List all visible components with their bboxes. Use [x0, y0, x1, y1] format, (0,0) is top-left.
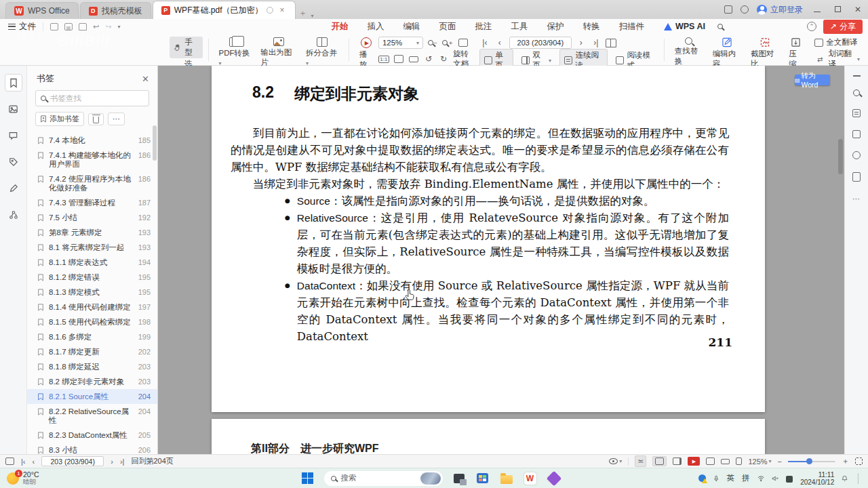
- last-page-icon[interactable]: ›|: [120, 458, 125, 466]
- menu-tab[interactable]: 扫描件: [618, 20, 645, 34]
- wps-app-icon[interactable]: W: [523, 471, 538, 486]
- add-bookmark-button[interactable]: 添加书签: [35, 112, 84, 126]
- find-replace-button[interactable]: 查找替换: [670, 36, 708, 64]
- taskbar-search[interactable]: 搜索: [324, 471, 443, 486]
- labels-panel-icon[interactable]: [5, 153, 22, 171]
- bookmark-item[interactable]: 8.1 将元素绑定到一起 193: [27, 240, 157, 255]
- start-button[interactable]: [300, 471, 315, 486]
- history-tool-icon[interactable]: [852, 151, 861, 159]
- pen-settings-icon[interactable]: [786, 476, 793, 483]
- two-page-view-icon[interactable]: [673, 458, 682, 465]
- actual-size-icon[interactable]: 1:1: [378, 56, 389, 63]
- slideshow-play-button[interactable]: ▶: [688, 457, 700, 466]
- menu-tab[interactable]: 批注: [474, 20, 492, 34]
- bookmark-item[interactable]: 8.3 小结 206: [27, 443, 157, 454]
- notifications-bell-icon[interactable]: [842, 474, 848, 483]
- show-desktop-button[interactable]: [858, 473, 859, 484]
- rotate-left-icon[interactable]: ↺: [423, 54, 434, 64]
- panel-toggle-icon[interactable]: [5, 458, 14, 465]
- wifi-icon[interactable]: [757, 474, 764, 483]
- toolbox-app-icon[interactable]: [475, 471, 490, 486]
- share-button[interactable]: ↗ 分享: [823, 20, 863, 34]
- collapse-icon[interactable]: [853, 75, 861, 77]
- qat-chevron-icon[interactable]: ▾: [117, 24, 120, 30]
- appearance-icon[interactable]: ⌃: [807, 22, 816, 31]
- menu-tab[interactable]: 编辑: [402, 20, 420, 34]
- tab-list-chevron-icon[interactable]: ▾: [309, 13, 316, 19]
- compress-button[interactable]: 压缩: [784, 36, 808, 64]
- print-icon[interactable]: [79, 23, 87, 30]
- hand-tool-button[interactable]: 手型: [170, 37, 203, 58]
- book-view-icon[interactable]: [606, 39, 616, 47]
- screenshot-compare-button[interactable]: 截图对比: [746, 36, 784, 64]
- zoom-out-icon[interactable]: −: [427, 39, 438, 46]
- bookmark-tool-icon[interactable]: [852, 172, 861, 182]
- bookmark-item[interactable]: 8.2.3 DataContext属性 205: [27, 428, 157, 443]
- status-page-field[interactable]: 203 (203/904): [41, 456, 104, 466]
- zoom-combobox[interactable]: 125% ▾: [378, 37, 423, 49]
- community-icon[interactable]: [741, 5, 749, 14]
- bookmark-item[interactable]: 7.4.2 使应用程序为本地化做好准备 186: [27, 171, 157, 195]
- continuous-view-icon[interactable]: ≍: [635, 455, 646, 467]
- menu-tab[interactable]: 插入: [366, 20, 384, 34]
- login-entry[interactable]: 立即登录: [757, 4, 803, 16]
- fit-width-icon[interactable]: [721, 459, 730, 464]
- bookmark-item[interactable]: 8.1.7 绑定更新 202: [27, 344, 157, 359]
- export-image-button[interactable]: 输出为图片: [256, 36, 301, 64]
- menu-tab[interactable]: 开始: [330, 20, 349, 34]
- zoom-minus-icon[interactable]: −: [778, 458, 782, 466]
- single-page-view-icon[interactable]: [652, 456, 667, 466]
- ime-english-indicator[interactable]: 英: [727, 473, 735, 483]
- bookmark-item[interactable]: 8.1.5 使用代码检索绑定 198: [27, 314, 157, 329]
- comments-panel-icon[interactable]: [5, 127, 22, 144]
- onedrive-warning-icon[interactable]: [698, 474, 706, 482]
- clock[interactable]: 11:11 2024/10/12: [800, 471, 834, 486]
- last-page-icon[interactable]: ›|: [591, 38, 601, 47]
- menu-tab[interactable]: 保护: [546, 20, 564, 34]
- bookmark-search-input[interactable]: [50, 94, 132, 102]
- zoom-search-icon[interactable]: [853, 89, 860, 96]
- zoom-plus-icon[interactable]: ＋: [842, 456, 849, 466]
- search-icon[interactable]: [717, 24, 723, 29]
- fit-page-icon[interactable]: [706, 458, 715, 465]
- bookmark-item[interactable]: 8.1.8 绑定延迟 203: [27, 359, 157, 374]
- bookmark-item[interactable]: 8.1.2 绑定错误 195: [27, 270, 157, 285]
- fit-width-icon[interactable]: [408, 56, 419, 62]
- convert-to-word-button[interactable]: ▤ 转为Word: [795, 75, 830, 85]
- notes-tool-icon[interactable]: [852, 109, 861, 117]
- prev-page-icon[interactable]: ‹: [33, 458, 35, 466]
- fit-page-icon[interactable]: [393, 55, 404, 63]
- bookmark-item[interactable]: 8.2.1 Source属性 204: [27, 389, 157, 404]
- split-merge-button[interactable]: 拆分合并 ▾: [301, 36, 343, 64]
- back-to-page-link[interactable]: 回到第204页: [131, 456, 173, 466]
- zoom-in-icon[interactable]: ＋: [442, 39, 454, 47]
- pdf-convert-button[interactable]: PDF转换 ▾: [214, 36, 256, 64]
- thumbnails-panel-icon[interactable]: [5, 100, 22, 118]
- bookmark-search-box[interactable]: [35, 90, 149, 106]
- bookmarks-panel-icon[interactable]: [5, 74, 22, 92]
- menu-tab[interactable]: 转换: [582, 20, 600, 34]
- wps-ai-button[interactable]: WPS AI: [664, 22, 705, 31]
- file-menu[interactable]: 文件: [0, 21, 43, 33]
- task-view-button[interactable]: [452, 471, 467, 486]
- tab-wps-home[interactable]: W WPS Office: [5, 2, 79, 19]
- bookmark-item[interactable]: 8.1.4 使用代码创建绑定 197: [27, 300, 157, 314]
- page-number-field[interactable]: 203 (203/904): [509, 37, 572, 49]
- weather-widget[interactable]: 1 20°C 晴朗: [0, 471, 163, 485]
- next-page-icon[interactable]: ›: [576, 38, 587, 47]
- volume-muted-icon[interactable]: [772, 474, 778, 483]
- fit-height-icon[interactable]: [736, 458, 742, 465]
- close-button[interactable]: ✕: [852, 5, 864, 14]
- sign-panel-icon[interactable]: [5, 180, 22, 197]
- bookmark-item[interactable]: 8.1.3 绑定模式 195: [27, 285, 157, 300]
- prev-page-icon[interactable]: ‹: [494, 38, 505, 47]
- bookmark-item[interactable]: 7.5 小结 192: [27, 210, 157, 225]
- bookmark-item[interactable]: 第8章 元素绑定 193: [27, 225, 157, 240]
- bookmark-item[interactable]: 7.4.3 管理翻译过程 187: [27, 195, 157, 210]
- rotate-right-icon[interactable]: ↻: [438, 54, 449, 64]
- fullscreen-icon[interactable]: [855, 458, 863, 465]
- tab-template-doc[interactable]: D 找稿壳模板: [80, 2, 151, 19]
- tab-active-pdf[interactable]: P WPF基础.pdf（已加密） ×: [153, 1, 296, 19]
- visual-studio-icon[interactable]: [547, 471, 561, 486]
- eye-protect-icon[interactable]: ▾: [609, 458, 622, 464]
